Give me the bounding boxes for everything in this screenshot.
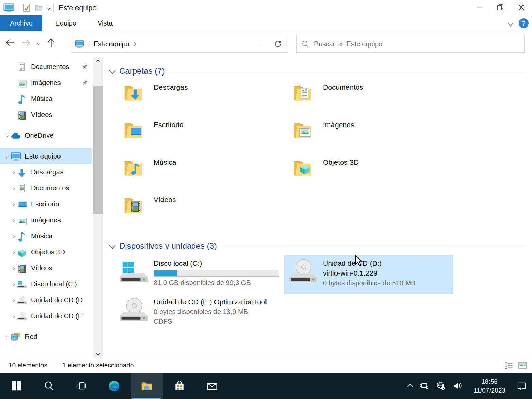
minimize-button[interactable] bbox=[469, 0, 490, 14]
cube-icon bbox=[17, 247, 27, 257]
taskbar-edge-button[interactable] bbox=[98, 373, 131, 399]
sidebar-item-unidad-de-cd-d[interactable]: Unidad de CD (D bbox=[0, 292, 92, 308]
chevron-right-icon[interactable] bbox=[11, 218, 15, 222]
sidebar-item-im-genes[interactable]: Imágenes bbox=[0, 75, 92, 91]
drive-tile-unidad-de-cd-d-[interactable]: Unidad de CD (D:)virtio-win-0.1.2290 byt… bbox=[284, 255, 453, 294]
folder-icon bbox=[292, 157, 313, 177]
picture-icon bbox=[17, 78, 27, 88]
sidebar-item-documentos[interactable]: Documentos bbox=[0, 180, 92, 196]
sidebar-item-escritorio[interactable]: Escritorio bbox=[0, 196, 92, 212]
tab-archivo[interactable]: Archivo bbox=[0, 15, 42, 31]
chevron-right-icon[interactable] bbox=[11, 234, 15, 238]
tab-vista[interactable]: Vista bbox=[89, 15, 121, 31]
sidebar-item-m-sica[interactable]: Música bbox=[0, 228, 92, 244]
close-button[interactable] bbox=[511, 0, 532, 14]
search-icon bbox=[302, 40, 309, 48]
large-icons-view-button[interactable] bbox=[518, 361, 527, 370]
sidebar-item-objetos-3d[interactable]: Objetos 3D bbox=[0, 244, 92, 260]
expand-chevron-slot bbox=[9, 315, 17, 318]
vm-tools-tray-icon[interactable] bbox=[419, 381, 429, 391]
new-folder-icon[interactable] bbox=[35, 4, 43, 12]
address-dropdown-button[interactable] bbox=[254, 35, 268, 52]
refresh-button[interactable] bbox=[268, 35, 288, 52]
taskbar-file-explorer-button[interactable] bbox=[131, 373, 163, 399]
action-center-icon[interactable] bbox=[517, 381, 527, 391]
breadcrumb[interactable]: Este equipo bbox=[93, 40, 130, 48]
drive-text: Unidad de CD (D:)virtio-win-0.1.2290 byt… bbox=[323, 257, 415, 288]
start-icon bbox=[11, 380, 22, 392]
items-view: Carpetas (7) DescargasDocumentosEscritor… bbox=[103, 57, 532, 358]
sidebar-item-v-deos[interactable]: Vídeos bbox=[0, 260, 92, 276]
properties-icon[interactable] bbox=[22, 3, 31, 12]
details-view-button[interactable] bbox=[504, 361, 513, 370]
taskbar-search-button[interactable] bbox=[33, 373, 65, 399]
chevron-right-icon[interactable] bbox=[5, 134, 8, 137]
chevron-right-icon[interactable] bbox=[11, 170, 15, 174]
sidebar-item-onedrive[interactable]: OneDrive bbox=[0, 128, 92, 144]
restore-button[interactable] bbox=[490, 0, 511, 14]
chevron-right-icon[interactable] bbox=[5, 335, 8, 339]
chevron-right-icon[interactable] bbox=[11, 266, 15, 270]
volume-icon[interactable] bbox=[452, 381, 462, 391]
sidebar-scrollbar[interactable] bbox=[93, 57, 103, 358]
taskbar-store-button[interactable] bbox=[163, 373, 196, 399]
minimize-icon bbox=[475, 3, 484, 12]
folder-name: Objetos 3D bbox=[323, 158, 359, 194]
folder-tile-objetos-3d[interactable]: Objetos 3D bbox=[284, 156, 453, 194]
file-explorer-window: Este equipo ArchivoEquipoVista ? Este eq… bbox=[0, 0, 532, 399]
up-button[interactable] bbox=[47, 38, 55, 47]
drive-tile-disco-local-c-[interactable]: Disco local (C:)81,0 GB disponibles de 9… bbox=[115, 255, 284, 294]
drive-name: Unidad de CD (E:) OptimizationTool bbox=[154, 297, 267, 307]
sidebar-item-unidad-de-cd-e[interactable]: Unidad de CD (E bbox=[0, 308, 92, 324]
sidebar-item-label: Imágenes bbox=[31, 216, 61, 224]
chevron-right-icon[interactable] bbox=[11, 202, 15, 206]
help-icon[interactable]: ? bbox=[519, 18, 529, 28]
chevron-right-icon[interactable] bbox=[11, 282, 15, 286]
scroll-up-icon[interactable] bbox=[93, 57, 103, 66]
folder-tile-im-genes[interactable]: Imágenes bbox=[284, 119, 453, 156]
mouse-cursor bbox=[355, 255, 365, 267]
address-bar[interactable]: Este equipo bbox=[71, 35, 288, 53]
chevron-right-icon[interactable] bbox=[11, 298, 15, 302]
devices-group-header[interactable]: Dispositivos y unidades (3) bbox=[110, 241, 525, 251]
chevron-right-icon[interactable] bbox=[11, 314, 15, 318]
search-box[interactable] bbox=[296, 35, 525, 53]
taskbar-mail-button[interactable] bbox=[196, 373, 228, 399]
chevron-down-icon[interactable] bbox=[5, 154, 8, 158]
folders-group-header[interactable]: Carpetas (7) bbox=[110, 66, 525, 76]
sidebar-item-m-sica[interactable]: Música bbox=[0, 91, 92, 107]
forward-button[interactable] bbox=[21, 38, 31, 47]
sidebar-item-este-equipo[interactable]: Este equipo bbox=[0, 148, 92, 164]
sidebar-item-documentos[interactable]: Documentos bbox=[0, 59, 92, 75]
sidebar-item-descargas[interactable]: Descargas bbox=[0, 164, 92, 180]
ribbon-right-controls: ? bbox=[508, 18, 529, 28]
back-button[interactable] bbox=[5, 38, 15, 47]
folder-tile-descargas[interactable]: Descargas bbox=[115, 81, 284, 119]
tab-equipo[interactable]: Equipo bbox=[47, 15, 85, 31]
breadcrumb-chevron-icon[interactable] bbox=[132, 42, 136, 46]
scroll-down-icon[interactable] bbox=[93, 349, 103, 358]
show-hidden-icons-chevron-icon[interactable] bbox=[407, 384, 413, 390]
taskbar-task-view-button[interactable] bbox=[65, 373, 98, 399]
sidebar-item-im-genes[interactable]: Imágenes bbox=[0, 212, 92, 228]
folder-tile-v-deos[interactable]: Vídeos bbox=[115, 194, 284, 231]
network-offline-icon[interactable] bbox=[436, 381, 446, 391]
chevron-right-icon[interactable] bbox=[11, 186, 15, 190]
search-input[interactable] bbox=[313, 40, 519, 48]
chevron-right-icon[interactable] bbox=[11, 250, 15, 254]
sidebar-item-disco-local-c-[interactable]: Disco local (C:) bbox=[0, 276, 92, 292]
sidebar-item-red[interactable]: Red bbox=[0, 329, 92, 345]
folder-tile-documentos[interactable]: Documentos bbox=[284, 81, 453, 119]
folder-tile-escritorio[interactable]: Escritorio bbox=[115, 119, 284, 156]
scrollbar-thumb[interactable] bbox=[93, 86, 103, 214]
qat-customize-chevron-icon[interactable] bbox=[46, 6, 50, 10]
clock[interactable]: 18:56 11/07/2023 bbox=[469, 377, 510, 395]
selection-count: 1 elemento seleccionado bbox=[62, 362, 134, 369]
expand-ribbon-chevron-icon[interactable] bbox=[507, 20, 513, 26]
folder-tile-m-sica[interactable]: Música bbox=[115, 156, 284, 194]
recent-locations-chevron-icon[interactable] bbox=[37, 41, 40, 45]
sidebar-item-v-deos[interactable]: Vídeos bbox=[0, 107, 92, 123]
drive-tile-unidad-de-cd-e-optimizationtool[interactable]: Unidad de CD (E:) OptimizationTool0 byte… bbox=[115, 294, 284, 332]
taskbar-start-button[interactable] bbox=[0, 373, 33, 399]
expand-chevron-slot bbox=[9, 235, 17, 238]
